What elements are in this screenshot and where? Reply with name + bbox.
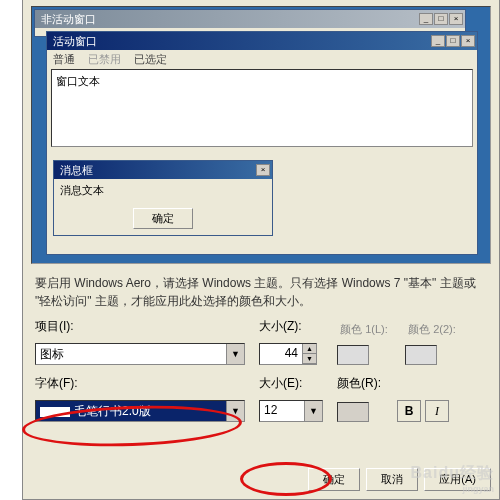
bold-button[interactable]: B [397, 400, 421, 422]
chevron-down-icon[interactable]: ▼ [226, 401, 244, 421]
inactive-titlebar: 非活动窗口 _ □ × [35, 10, 465, 28]
fsize-label: 大小(E): [259, 375, 323, 392]
window-buttons: _ □ × [419, 13, 463, 25]
size-value[interactable]: 44 [260, 344, 302, 364]
fsize-combo[interactable]: 12 ▼ [259, 400, 323, 422]
window-buttons: _ □ × [431, 35, 475, 47]
font-label: 字体(F): [35, 375, 245, 392]
close-icon: × [449, 13, 463, 25]
up-icon[interactable]: ▲ [302, 344, 316, 354]
menu-normal: 普通 [53, 53, 75, 65]
item-combo[interactable]: 图标 ▼ [35, 343, 245, 365]
msgbox-ok-button: 确定 [133, 208, 193, 229]
description-text: 要启用 Windows Aero，请选择 Windows 主题。只有选择 Win… [35, 274, 487, 310]
font-value: 毛笔行书2.0版 [36, 401, 226, 421]
color1-swatch [337, 345, 369, 365]
down-icon[interactable]: ▼ [302, 354, 316, 364]
message-box: 消息框 × 消息文本 确定 [53, 160, 273, 236]
size-spinner[interactable]: 44 ▲▼ [259, 343, 317, 365]
font-combo[interactable]: 毛笔行书2.0版 ▼ [35, 400, 245, 422]
close-icon: × [461, 35, 475, 47]
maximize-icon: □ [446, 35, 460, 47]
menu-selected: 已选定 [134, 53, 167, 65]
msgbox-text: 消息文本 [60, 184, 104, 196]
italic-button[interactable]: I [425, 400, 449, 422]
color2-swatch [405, 345, 437, 365]
watermark: Baidu经验 jingyan [411, 463, 494, 494]
item-label: 项目(I): [35, 318, 245, 335]
size-label: 大小(Z): [259, 318, 323, 335]
menu-disabled: 已禁用 [88, 53, 121, 65]
color2-label: 颜色 2(2): [405, 322, 459, 337]
msgbox-titlebar: 消息框 × [54, 161, 272, 179]
chevron-down-icon[interactable]: ▼ [226, 344, 244, 364]
appearance-dialog: 非活动窗口 _ □ × 活动窗口 _ □ × 普通 已禁用 已选定 [22, 0, 500, 500]
active-window: 活动窗口 _ □ × 普通 已禁用 已选定 窗口文本 消息框 × [46, 31, 478, 255]
close-icon: × [256, 164, 270, 176]
fcolor-swatch[interactable] [337, 402, 369, 422]
maximize-icon: □ [434, 13, 448, 25]
preview-area: 非活动窗口 _ □ × 活动窗口 _ □ × 普通 已禁用 已选定 [31, 6, 491, 264]
minimize-icon: _ [431, 35, 445, 47]
chevron-down-icon[interactable]: ▼ [304, 401, 322, 421]
msgbox-body: 消息文本 [54, 179, 272, 204]
active-title-text: 活动窗口 [53, 34, 97, 49]
fsize-value: 12 [260, 401, 304, 421]
item-value: 图标 [36, 344, 226, 364]
menubar: 普通 已禁用 已选定 [47, 50, 477, 69]
color1-label: 颜色 1(L): [337, 322, 391, 337]
inactive-title-text: 非活动窗口 [41, 12, 96, 27]
ok-button[interactable]: 确定 [308, 468, 360, 491]
msgbox-title: 消息框 [60, 163, 93, 178]
fcolor-label: 颜色(R): [337, 375, 391, 392]
window-text: 窗口文本 [56, 75, 100, 87]
minimize-icon: _ [419, 13, 433, 25]
window-text-area: 窗口文本 [51, 69, 473, 147]
active-titlebar: 活动窗口 _ □ × [47, 32, 477, 50]
